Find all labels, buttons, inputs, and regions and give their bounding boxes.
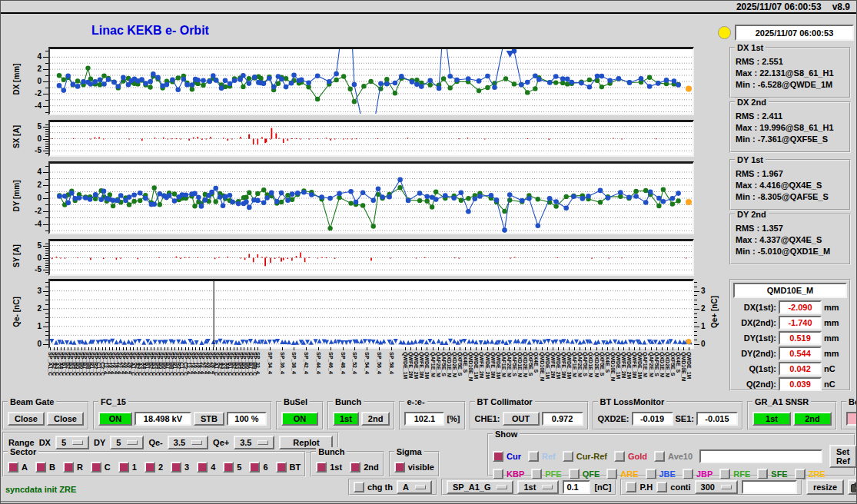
gr-snsr-1st-button[interactable]: 1st <box>752 412 791 426</box>
x-tick <box>251 347 251 350</box>
bpm-name-label: SP_42_4 <box>303 352 309 374</box>
che1-out-button[interactable]: OUT <box>503 412 540 426</box>
axis-tick <box>43 127 48 128</box>
axis-tick <box>45 88 48 88</box>
axis-tick <box>45 304 48 305</box>
bunch-checkbox-2nd[interactable]: 2nd <box>350 462 379 472</box>
monitor-dx1st: -2.090 <box>779 300 822 314</box>
dy1-min: -8.305@QAF5E_S <box>758 192 829 201</box>
sector-checkbox-C[interactable]: C <box>91 462 111 472</box>
monitor-dx2nd: -1.740 <box>779 316 822 330</box>
axis-tick <box>45 253 48 254</box>
y-tick-label: 2 <box>23 305 42 313</box>
bunch-1st-button[interactable]: 1st <box>333 412 359 426</box>
fc15-on-button[interactable]: ON <box>98 412 132 426</box>
dropdown-indicator-icon <box>257 440 268 445</box>
axis-tick <box>694 295 697 296</box>
show-checkbox-cur-ref[interactable]: Cur-Ref <box>563 451 607 462</box>
x-tick <box>449 347 450 350</box>
control-row-1: Beam Gate Close Close FC_15 ON 18.498 kV… <box>2 401 857 430</box>
resize-button[interactable]: resize <box>806 479 844 495</box>
fc15-stb-button[interactable]: STB <box>194 412 224 426</box>
range-row: Range DX 5 DY 5 Qe- 3.5 Qe+ 3.5 Replot <box>2 432 339 453</box>
gr-snsr-2nd-button[interactable]: 2nd <box>793 412 832 426</box>
x-tick <box>61 347 61 350</box>
beam-rep-group: Beam Rep 5.000 0.617 [Hz] 12.333 [%] <box>841 401 857 430</box>
show-checkbox-gold[interactable]: Gold <box>614 451 647 462</box>
set-ref-button[interactable]: Set Ref <box>829 445 857 468</box>
ref-file-input[interactable] <box>699 449 822 463</box>
range-qep-select[interactable]: 3.5 <box>234 436 274 449</box>
sector-checkbox-4[interactable]: 4 <box>197 462 215 472</box>
sp-select[interactable]: SP_A1_G <box>447 480 514 494</box>
show-checkbox-cur[interactable]: Cur <box>493 451 521 462</box>
beam-gate-close-button-1[interactable]: Close <box>8 412 45 426</box>
checkbox-icon <box>91 462 101 472</box>
dy1-max: 4.416@QX4E_S <box>759 181 822 190</box>
sector-checkbox-5[interactable]: 5 <box>223 462 241 472</box>
th-select[interactable]: A <box>397 480 432 494</box>
sector-checkbox-1[interactable]: 1 <box>118 462 137 472</box>
gr-a1-snsr-group: GR_A1 SNSR 1st 2nd <box>747 401 837 430</box>
x-tick <box>465 347 466 350</box>
bpm-name-label: SP_44_4 <box>315 352 321 374</box>
x-tick <box>618 347 619 350</box>
camera-button[interactable] <box>848 479 857 495</box>
x-tick <box>410 347 411 350</box>
range-qem-select[interactable]: 3.5 <box>168 436 208 449</box>
chg-th-checkbox[interactable]: chg th <box>354 482 393 492</box>
axis-tick <box>694 327 699 327</box>
x-tick <box>75 347 75 350</box>
sector-checkbox-3[interactable]: 3 <box>171 462 189 472</box>
stat-box-dx2: DX 2nd RMS : 2.411 Max : 19.996@S8_61_H1… <box>729 101 851 153</box>
bunch-select[interactable]: 1st <box>517 480 559 494</box>
range-dx-select[interactable]: 5 <box>55 436 89 449</box>
sector-checkbox-6[interactable]: 6 <box>249 462 267 472</box>
monitor-panel: QMD10E_M DX(1st):-2.090mm DX(2nd):-1.740… <box>729 279 851 391</box>
x-tick <box>154 347 154 350</box>
extra-input[interactable] <box>742 480 797 494</box>
x-tick <box>493 347 493 350</box>
busel-on-button[interactable]: ON <box>281 412 318 426</box>
bunch-checkbox-1st[interactable]: 1st <box>316 462 342 472</box>
axis-tick <box>43 246 48 247</box>
x-tick <box>81 347 82 350</box>
x-tick <box>64 347 65 350</box>
sector-checkbox-BT[interactable]: BT <box>276 462 301 472</box>
sector-checkbox-R[interactable]: R <box>63 462 83 472</box>
axis-tick <box>45 166 48 167</box>
axis-tick <box>694 313 697 314</box>
sector-checkbox-A[interactable]: A <box>8 462 28 472</box>
axis-tick <box>45 300 48 300</box>
y-tick-label: -4 <box>23 102 42 110</box>
x-tick <box>651 347 652 350</box>
threshold-input[interactable] <box>563 480 590 494</box>
x-tick <box>476 347 477 350</box>
checkbox-icon <box>350 462 360 472</box>
show-checkbox-ref[interactable]: Ref <box>528 451 556 462</box>
axis-tick <box>45 295 48 296</box>
axis-tick <box>45 112 48 113</box>
y-tick-label-right: 3 <box>701 287 719 295</box>
y-tick-label: 5 <box>23 242 42 250</box>
axis-tick <box>45 248 48 249</box>
range-dy-select[interactable]: 5 <box>110 436 144 449</box>
beam-gate-close-button-2[interactable]: Close <box>47 412 84 426</box>
x-tick <box>536 347 536 350</box>
sector-checkbox-2[interactable]: 2 <box>144 462 163 472</box>
show-checkbox-ave10[interactable]: Ave10 <box>654 451 693 462</box>
x-tick <box>634 347 635 350</box>
y-tick-label: 0 <box>23 340 42 348</box>
ph-checkbox[interactable]: P.H <box>626 482 653 492</box>
sector-checkbox-B[interactable]: B <box>35 462 55 472</box>
x-tick <box>580 347 580 350</box>
conti-checkbox[interactable]: conti <box>656 482 690 492</box>
count-select[interactable]: 300 <box>695 480 738 494</box>
sigma-checkbox-visible[interactable]: visible <box>394 462 434 472</box>
monitor-q2nd: 0.039 <box>779 377 822 391</box>
y-tick-label: 0 <box>23 78 42 85</box>
x-tick <box>460 347 460 350</box>
dy1-rms: 1.967 <box>762 169 783 178</box>
axis-tick <box>45 260 48 261</box>
bunch-2nd-button[interactable]: 2nd <box>361 412 390 426</box>
